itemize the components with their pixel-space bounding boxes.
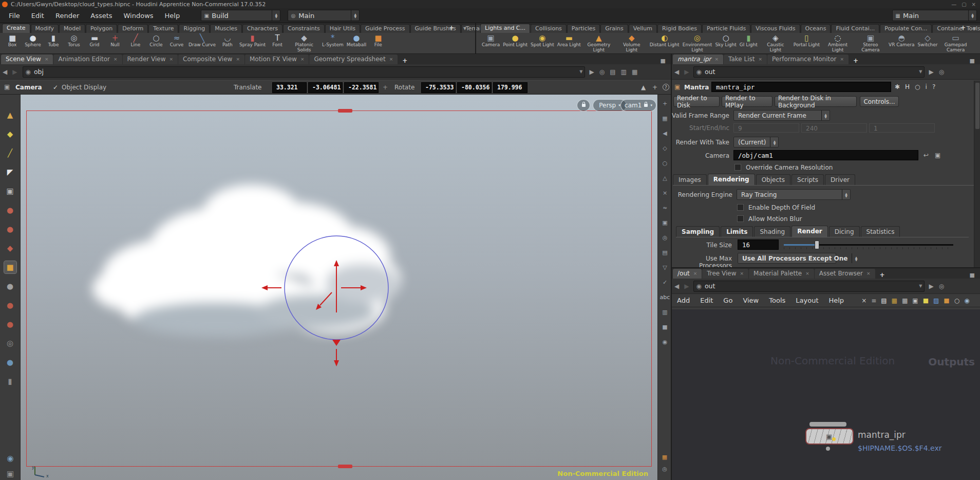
folder-tab[interactable]: Scripts (791, 174, 824, 185)
camera-mode-label[interactable]: Camera (15, 84, 42, 91)
desktop-select[interactable]: ▦ Main ▲▼ (892, 10, 977, 21)
vp-tool-13[interactable]: ✓ (659, 278, 671, 287)
vp-info-icon[interactable]: ◎ (659, 464, 670, 473)
tool-orbit[interactable]: ◎ (4, 337, 16, 349)
close-tab-icon[interactable]: × (389, 54, 393, 64)
spinner[interactable]: ▲▼ (351, 10, 359, 21)
view-lock-button[interactable] (577, 99, 590, 112)
shelf-tab[interactable]: Grains (600, 24, 628, 33)
pane-tab[interactable]: Motion FX View× (245, 54, 309, 64)
tool-dop1[interactable]: ● (4, 299, 16, 311)
pane-tab[interactable]: mantra_ipr× (673, 54, 723, 64)
shelf-tab[interactable]: Collisions (531, 24, 567, 33)
vp-tool-17[interactable]: ◉ (659, 337, 671, 346)
sticky-note-icon[interactable]: ■ (923, 297, 929, 304)
vp-tool-11[interactable]: ▤ (659, 248, 671, 257)
shelf-tab[interactable]: Characters (242, 24, 282, 33)
tool-container[interactable]: ▮ (4, 375, 16, 387)
shelf-tool[interactable]: T Font (267, 33, 288, 52)
info-icon[interactable]: i (926, 83, 927, 90)
search-icon[interactable]: ○ (915, 83, 920, 90)
revert-icon[interactable]: ↩ (924, 152, 929, 159)
path-dropdown-icon[interactable]: ▼ (915, 284, 922, 288)
pane-split-icon[interactable]: ▥ (621, 68, 627, 76)
shelf-menu-icon[interactable]: ▼ (460, 26, 469, 31)
folder-tab[interactable]: Images (673, 174, 707, 185)
new-pane-tab-button[interactable]: + (398, 57, 411, 64)
close-tab-icon[interactable]: × (300, 54, 305, 64)
pin-icon[interactable]: ▶ (929, 283, 933, 290)
add-shelf-tab-button[interactable]: + (445, 24, 458, 31)
shelf-tab[interactable]: Vellum (629, 24, 657, 33)
vp-tool-abc[interactable]: abc (659, 292, 671, 302)
shelf-tab[interactable]: Hair Utils (325, 24, 360, 33)
menu-edit[interactable]: Edit (695, 297, 718, 304)
tool-handles[interactable]: ◆ (4, 128, 16, 140)
pane-tab[interactable]: Composite View× (178, 54, 244, 64)
main-menu-select[interactable]: ◎ Main ▲▼ (288, 10, 360, 21)
shelf-tab[interactable]: Modify (31, 24, 59, 33)
pin-icon[interactable]: ▶ (589, 68, 594, 76)
shelf-tool[interactable]: * L-System (321, 33, 345, 52)
search-icon[interactable]: ○ (954, 297, 959, 304)
folder-tab[interactable]: Driver (825, 174, 855, 185)
shelf-tab[interactable]: Deform (118, 24, 148, 33)
tool-anchor[interactable]: ● (4, 204, 16, 216)
pane-menu-icon[interactable]: ■ (970, 58, 980, 64)
shelf-tab[interactable]: Lights and C... (480, 24, 530, 33)
back-icon[interactable]: ◀ (0, 68, 10, 76)
shelf-tab[interactable]: Muscles (210, 24, 242, 33)
shelf-tab[interactable]: Fluid Contai... (831, 24, 879, 33)
tool-select[interactable]: ▲ (4, 109, 16, 121)
camera-frame-bottom-handle[interactable] (338, 465, 352, 468)
object-display-check-icon[interactable]: ✓ (53, 84, 58, 91)
folder-tab[interactable]: Sampling (676, 226, 720, 237)
folder-tab[interactable]: Rendering (708, 174, 755, 185)
shelf-tool[interactable]: ◈ Caustic Light (759, 33, 792, 52)
vp-tool-16[interactable]: ■ (659, 322, 671, 331)
close-tab-icon[interactable]: × (866, 269, 871, 279)
shelf-tab[interactable]: Constraints (283, 24, 325, 33)
houdini-badge-icon[interactable]: H (905, 83, 910, 90)
vp-grid-icon[interactable]: ▦ (659, 452, 670, 461)
shelf-tool[interactable]: ≈ Curve (166, 33, 187, 52)
gear-icon[interactable]: ✱ (895, 83, 900, 90)
tool-lock[interactable]: ▣ (4, 185, 16, 197)
pane-tab[interactable]: Performance Monitor× (767, 54, 849, 64)
folder-tab[interactable]: Shading (754, 226, 790, 237)
asset-box-icon[interactable]: ■ (944, 297, 949, 304)
menu-layout[interactable]: Layout (790, 297, 823, 304)
rotate-y-field[interactable]: -80.0356 (457, 82, 492, 93)
vp-tool-9[interactable]: ▣ (659, 218, 671, 227)
shelf-tool[interactable]: ▮ GI Light (738, 33, 759, 52)
render-to-disk-button[interactable]: Render to Disk (673, 96, 720, 107)
tool-view[interactable]: ■ (4, 261, 16, 273)
shelf-tool[interactable]: ◌ Ambient Light (821, 33, 854, 52)
new-pane-tab-button[interactable]: + (849, 57, 862, 64)
mantra-node[interactable]: ▣ (805, 428, 854, 445)
pane-tab[interactable]: Scene View× (1, 54, 53, 64)
pane-layout-icon[interactable]: ▤ (610, 68, 615, 76)
vp-tool-15[interactable]: ▥ (659, 307, 671, 317)
tree-icon[interactable]: ≡ (871, 297, 876, 304)
pane-tab[interactable]: Take List× (724, 54, 767, 64)
shelf-tab[interactable]: Populate Con... (880, 24, 932, 33)
vp-tool-7[interactable]: × (659, 188, 671, 197)
shelf-tool[interactable]: ● Metaball (345, 33, 368, 52)
vp-tool-3[interactable]: ◀ (659, 128, 671, 138)
object-display-label[interactable]: Object Display (62, 84, 106, 91)
scene-path-field[interactable]: ◉ obj ▼ (23, 66, 585, 78)
back-icon[interactable]: ◀ (672, 283, 682, 290)
shelf-tool[interactable]: ◇ Switcher (916, 33, 939, 52)
shelf-tool[interactable]: ◎ Torus (64, 33, 84, 52)
select-cursor-icon[interactable]: ▲ (641, 84, 646, 91)
shelf-tool[interactable]: ◆ Platonic Solids (288, 33, 321, 52)
shelf-tool[interactable]: ▲ Geometry Light (582, 33, 615, 52)
close-tab-icon[interactable]: × (236, 54, 240, 64)
new-pane-tab-button[interactable]: + (876, 271, 889, 279)
close-tab-icon[interactable]: × (840, 54, 844, 64)
pane-tab[interactable]: /out× (673, 269, 702, 279)
shelf-tool[interactable]: ○ Sky Light (714, 33, 738, 52)
help-icon[interactable]: ? (663, 84, 669, 90)
background-image-icon[interactable]: ▨ (933, 297, 939, 304)
